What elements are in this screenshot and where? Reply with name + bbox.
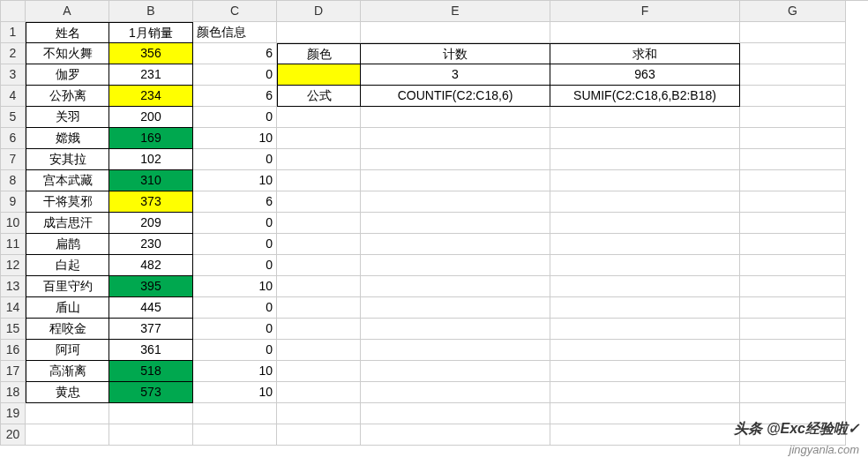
cell-B9[interactable]: 373 [109, 191, 193, 213]
cell-F15[interactable] [550, 319, 740, 340]
cell-F10[interactable] [550, 213, 740, 234]
cell-D2[interactable]: 颜色 [277, 43, 361, 64]
cell-B16[interactable]: 361 [109, 340, 193, 361]
cell-F3[interactable]: 963 [550, 64, 740, 86]
cell-D19[interactable] [277, 403, 361, 424]
cell-D18[interactable] [277, 382, 361, 403]
cell-C5[interactable]: 0 [193, 107, 277, 128]
cell-G5[interactable] [740, 107, 846, 128]
cell-G1[interactable] [740, 22, 846, 43]
row-header[interactable]: 20 [1, 424, 26, 446]
row-header[interactable]: 19 [1, 403, 26, 424]
cell-B2[interactable]: 356 [109, 43, 193, 64]
cell-D20[interactable] [277, 424, 361, 446]
cell-G10[interactable] [740, 213, 846, 234]
cell-E16[interactable] [361, 340, 550, 361]
row-header[interactable]: 18 [1, 382, 26, 403]
cell-E2[interactable]: 计数 [361, 43, 550, 64]
cell-G14[interactable] [740, 297, 846, 319]
cell-F5[interactable] [550, 107, 740, 128]
cell-F6[interactable] [550, 128, 740, 149]
cell-A12[interactable]: 白起 [26, 255, 109, 276]
cell-A6[interactable]: 嫦娥 [26, 128, 109, 149]
cell-G11[interactable] [740, 234, 846, 255]
cell-A16[interactable]: 阿珂 [26, 340, 109, 361]
cell-C14[interactable]: 0 [193, 297, 277, 319]
cell-E4[interactable]: COUNTIF(C2:C18,6) [361, 86, 550, 107]
cell-C8[interactable]: 10 [193, 170, 277, 191]
cell-A19[interactable] [26, 403, 109, 424]
cell-F12[interactable] [550, 255, 740, 276]
cell-G6[interactable] [740, 128, 846, 149]
cell-G4[interactable] [740, 86, 846, 107]
cell-G2[interactable] [740, 43, 846, 64]
spreadsheet-grid[interactable]: A B C D E F G 1 姓名 1月销量 颜色信息 2 不知火舞 356 … [0, 0, 868, 446]
cell-E11[interactable] [361, 234, 550, 255]
cell-C19[interactable] [193, 403, 277, 424]
cell-E1[interactable] [361, 22, 550, 43]
row-header[interactable]: 3 [1, 64, 26, 86]
cell-B10[interactable]: 209 [109, 213, 193, 234]
cell-A20[interactable] [26, 424, 109, 446]
cell-D6[interactable] [277, 128, 361, 149]
cell-A3[interactable]: 伽罗 [26, 64, 109, 86]
cell-B14[interactable]: 445 [109, 297, 193, 319]
cell-E20[interactable] [361, 424, 550, 446]
cell-G16[interactable] [740, 340, 846, 361]
cell-D11[interactable] [277, 234, 361, 255]
cell-G13[interactable] [740, 276, 846, 297]
col-header-A[interactable]: A [26, 1, 109, 22]
row-header[interactable]: 8 [1, 170, 26, 191]
cell-C6[interactable]: 10 [193, 128, 277, 149]
cell-B11[interactable]: 230 [109, 234, 193, 255]
cell-F19[interactable] [550, 403, 740, 424]
cell-E9[interactable] [361, 191, 550, 213]
col-header-F[interactable]: F [550, 1, 740, 22]
cell-D5[interactable] [277, 107, 361, 128]
row-header[interactable]: 7 [1, 149, 26, 170]
corner-cell[interactable] [1, 1, 26, 22]
cell-F7[interactable] [550, 149, 740, 170]
cell-C13[interactable]: 10 [193, 276, 277, 297]
cell-E14[interactable] [361, 297, 550, 319]
cell-C15[interactable]: 0 [193, 319, 277, 340]
cell-A17[interactable]: 高渐离 [26, 361, 109, 382]
cell-C1[interactable]: 颜色信息 [193, 22, 277, 43]
cell-A7[interactable]: 安其拉 [26, 149, 109, 170]
col-header-E[interactable]: E [361, 1, 550, 22]
cell-D3-color-sample[interactable] [277, 64, 361, 86]
cell-F8[interactable] [550, 170, 740, 191]
cell-E6[interactable] [361, 128, 550, 149]
cell-E17[interactable] [361, 361, 550, 382]
cell-C9[interactable]: 6 [193, 191, 277, 213]
cell-B20[interactable] [109, 424, 193, 446]
cell-C10[interactable]: 0 [193, 213, 277, 234]
cell-C20[interactable] [193, 424, 277, 446]
cell-F9[interactable] [550, 191, 740, 213]
cell-E15[interactable] [361, 319, 550, 340]
row-header[interactable]: 4 [1, 86, 26, 107]
cell-C2[interactable]: 6 [193, 43, 277, 64]
cell-B1[interactable]: 1月销量 [109, 22, 193, 43]
row-header[interactable]: 6 [1, 128, 26, 149]
cell-C18[interactable]: 10 [193, 382, 277, 403]
cell-G7[interactable] [740, 149, 846, 170]
col-header-G[interactable]: G [740, 1, 846, 22]
cell-G15[interactable] [740, 319, 846, 340]
cell-C11[interactable]: 0 [193, 234, 277, 255]
cell-E18[interactable] [361, 382, 550, 403]
cell-B19[interactable] [109, 403, 193, 424]
cell-G9[interactable] [740, 191, 846, 213]
cell-E3[interactable]: 3 [361, 64, 550, 86]
cell-F14[interactable] [550, 297, 740, 319]
cell-B3[interactable]: 231 [109, 64, 193, 86]
row-header[interactable]: 2 [1, 43, 26, 64]
cell-A9[interactable]: 干将莫邪 [26, 191, 109, 213]
cell-E7[interactable] [361, 149, 550, 170]
cell-D10[interactable] [277, 213, 361, 234]
cell-C17[interactable]: 10 [193, 361, 277, 382]
row-header[interactable]: 16 [1, 340, 26, 361]
cell-G3[interactable] [740, 64, 846, 86]
cell-F2[interactable]: 求和 [550, 43, 740, 64]
cell-D14[interactable] [277, 297, 361, 319]
